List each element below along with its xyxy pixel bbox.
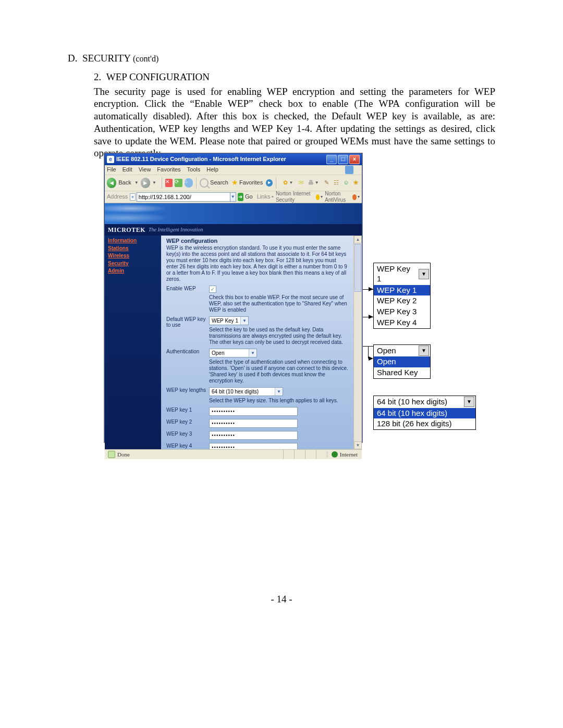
close-button[interactable]: × — [349, 155, 360, 164]
brand-name: MICROTEK — [108, 226, 145, 234]
maximize-button[interactable]: □ — [338, 155, 348, 164]
callout-keylen-option-1[interactable]: 64 bit (10 hex digits) — [374, 408, 475, 419]
menubar: File Edit View Favorites Tools Help — [105, 165, 362, 175]
messenger-icon[interactable]: ☺ — [342, 179, 350, 187]
menu-file[interactable]: File — [107, 166, 116, 174]
back-label[interactable]: Back — [118, 179, 131, 187]
config-panel: WEP configuration WEP is the wireless en… — [161, 236, 353, 449]
brand-bar: MICROTEK The Intelligent Innovation — [105, 224, 362, 236]
favorites-icon[interactable]: ★ — [231, 178, 238, 188]
wepkey1-input[interactable] — [209, 407, 298, 416]
menu-help[interactable]: Help — [206, 166, 218, 174]
keylength-select[interactable]: 64 bit (10 hex digits) ▼ — [209, 387, 283, 396]
separator — [276, 177, 276, 189]
callout-wepkey-option-3[interactable]: WEP Key 3 — [374, 306, 430, 317]
scroll-up-icon[interactable]: ▲ — [354, 236, 362, 243]
search-label[interactable]: Search — [210, 179, 228, 187]
callout-auth-option-2[interactable]: Shared Key — [374, 367, 430, 378]
back-icon[interactable]: ◄ — [107, 178, 116, 188]
forward-dropdown-icon[interactable]: ▼ — [152, 180, 156, 186]
row-wepkey1: WEP key 1 — [166, 407, 348, 416]
address-dropdown-icon[interactable]: ▼ — [230, 192, 236, 202]
favorites-label[interactable]: Favorites — [239, 179, 263, 187]
wepkey3-input[interactable] — [209, 431, 298, 440]
norton-antivirus-icon[interactable] — [352, 194, 357, 200]
enable-wep-label: Enable WEP — [166, 286, 209, 313]
minimize-button[interactable]: _ — [326, 155, 337, 164]
default-key-select[interactable]: WEP Key 1 ▼ — [209, 316, 249, 325]
history-dropdown-icon[interactable]: ▼ — [289, 180, 293, 186]
norton-security-label[interactable]: Norton Internet Security — [276, 191, 315, 204]
norton-security-icon[interactable] — [316, 194, 320, 200]
norton-antivirus-label[interactable]: Norton AntiVirus — [325, 191, 351, 204]
chevron-down-icon: ▼ — [275, 388, 283, 396]
status-done-label: Done — [117, 451, 130, 458]
callout-wepkey-option-2[interactable]: WEP Key 2 — [374, 295, 430, 306]
address-bar: Address e ▼ ➜ Go Links » Norton Internet… — [105, 191, 362, 203]
stop-icon[interactable]: ✕ — [165, 179, 173, 187]
discuss-icon[interactable]: ☷ — [333, 179, 340, 187]
forward-icon[interactable]: ► — [141, 178, 150, 188]
menu-favorites[interactable]: Favorites — [157, 166, 180, 174]
enable-wep-checkbox[interactable]: ✓ — [209, 286, 216, 293]
sidebar-item-security[interactable]: Security — [108, 261, 158, 267]
authentication-select[interactable]: Open ▼ — [209, 349, 257, 357]
row-wepkey4: WEP key 4 — [166, 443, 348, 449]
menu-edit[interactable]: Edit — [123, 166, 132, 174]
section-heading: D. SECURITY (cont'd) — [68, 52, 495, 65]
chevron-down-icon[interactable]: ▼ — [464, 397, 474, 407]
brand-tagline: The Intelligent Innovation — [149, 227, 203, 233]
toolbar: ◄ Back ▼ ► ▼ ✕ ⟳ ⌂ Search ★ Favorites ► … — [105, 175, 362, 191]
authentication-hint: Select the type of authentication used w… — [209, 359, 348, 384]
links-label[interactable]: Links — [257, 193, 271, 201]
callout-stack: WEP Key 1 ▼ WEP Key 1 WEP Key 2 WEP Key … — [373, 263, 476, 430]
print-icon[interactable]: 🖶 — [307, 179, 315, 187]
status-zone-label: Internet — [340, 451, 358, 458]
research-icon[interactable]: ❀ — [352, 179, 360, 187]
go-label[interactable]: Go — [245, 193, 253, 201]
subsection-body: The security page is used for enabling W… — [94, 85, 495, 160]
row-wepkey3: WEP key 3 — [166, 431, 348, 440]
media-icon[interactable]: ► — [266, 179, 273, 187]
chevron-down-icon[interactable]: ▼ — [419, 346, 429, 356]
edit-icon[interactable]: ✎ — [323, 179, 331, 187]
address-input[interactable] — [137, 192, 230, 202]
go-icon[interactable]: ➜ — [238, 193, 243, 201]
scroll-down-icon[interactable]: ▼ — [354, 441, 362, 449]
address-label: Address — [107, 193, 128, 201]
chevron-down-icon[interactable]: ▼ — [419, 269, 429, 279]
scroll-thumb[interactable] — [354, 244, 361, 292]
globe-icon — [332, 451, 338, 458]
row-authentication: Authentication Open ▼ Select the type of… — [166, 349, 348, 384]
print-dropdown-icon[interactable]: ▼ — [315, 180, 319, 186]
callout-wepkey-selected: WEP Key 1 — [375, 264, 419, 285]
back-dropdown-icon[interactable]: ▼ — [134, 180, 139, 186]
mail-icon[interactable]: ✉ — [297, 179, 305, 187]
page-icon: e — [130, 193, 135, 201]
menu-tools[interactable]: Tools — [187, 166, 201, 174]
sidebar: Information Stations Wireless Security A… — [105, 236, 161, 449]
search-icon[interactable] — [200, 178, 209, 188]
sidebar-item-stations[interactable]: Stations — [108, 245, 158, 252]
sidebar-item-admin[interactable]: Admin — [108, 268, 158, 275]
menu-view[interactable]: View — [139, 166, 151, 174]
vertical-scrollbar[interactable]: ▲ ▼ — [353, 236, 362, 449]
callout-wepkey-option-4[interactable]: WEP Key 4 — [374, 317, 430, 328]
callout-auth-option-1[interactable]: Open — [374, 356, 430, 367]
screenshot-area: e IEEE 802.11 Device Configuration - Mic… — [104, 153, 469, 442]
wepkey2-input[interactable] — [209, 419, 298, 428]
wepkey4-input[interactable] — [209, 443, 298, 449]
callout-wepkey-option-1[interactable]: WEP Key 1 — [374, 285, 430, 296]
sidebar-item-wireless[interactable]: Wireless — [108, 253, 158, 260]
callout-keylen: 64 bit (10 hex digits) ▼ 64 bit (10 hex … — [373, 396, 476, 430]
authentication-value: Open — [210, 350, 249, 356]
sidebar-item-information[interactable]: Information — [108, 238, 158, 244]
page-number: - 14 - — [0, 593, 563, 606]
history-icon[interactable]: ✿ — [282, 179, 289, 187]
arrowhead-keylen — [369, 356, 373, 361]
window-title: IEEE 802.11 Device Configuration - Micro… — [116, 156, 286, 163]
callout-keylen-option-2[interactable]: 128 bit (26 hex digits) — [374, 418, 475, 429]
home-icon[interactable]: ⌂ — [185, 178, 193, 188]
row-keylengths: WEP key lengths 64 bit (10 hex digits) ▼… — [166, 387, 348, 404]
refresh-icon[interactable]: ⟳ — [175, 179, 182, 187]
